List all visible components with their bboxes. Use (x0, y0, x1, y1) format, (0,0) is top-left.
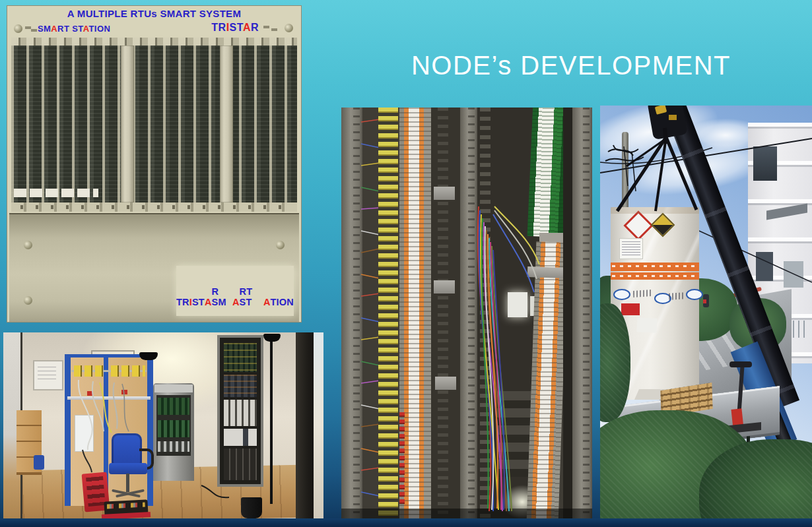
floor-lamp-pole (270, 338, 273, 504)
lab-room-photo (3, 332, 323, 518)
window-light (314, 332, 323, 518)
pallet-jack-grip (729, 361, 752, 367)
rack-light-card (121, 46, 134, 202)
screw-icon (276, 241, 285, 249)
rack-subbar: SMART STATION TRISTAR (7, 20, 301, 38)
office-chair-post (126, 474, 129, 492)
screw-icon (285, 24, 293, 32)
rack-dash (25, 26, 31, 29)
equipment-cabinet (153, 383, 194, 481)
rack-dash (263, 26, 269, 28)
rack-instrument (224, 429, 257, 446)
equipment-rack (220, 338, 261, 484)
wiring-cabinet-photo (341, 108, 592, 519)
rack-cable-area (224, 449, 257, 480)
tristar-smart-station-label: TRISTAR SMART STATION (176, 266, 294, 316)
office-chair-seat (109, 463, 147, 474)
slide: NODE’s DEVELOPMENT A MULTIPLE RTUs SMART… (0, 0, 812, 527)
slide-title: NODE’s DEVELOPMENT (380, 51, 762, 80)
rack-card-row (224, 375, 257, 397)
rack-dash (31, 29, 37, 32)
cabinet-top (154, 385, 193, 392)
cabinet-interior (156, 395, 191, 456)
door-frame-right (296, 332, 314, 518)
screw-icon (14, 24, 22, 33)
rack-card-tabs (11, 38, 297, 46)
rtu-rack-photo: A MULTIPLE RTUs SMART SYSTEM SMART STATI… (7, 5, 302, 323)
wire-strands (478, 206, 539, 511)
rack-module-row (224, 400, 257, 426)
crane-lift-photo (600, 106, 812, 519)
pcb-row (158, 398, 189, 415)
floor-lamp-bowl (263, 334, 281, 342)
tristar-label: TRISTAR (211, 22, 259, 34)
rack-bottom-rail (11, 202, 297, 212)
torch-lamp-icon (139, 352, 158, 360)
rack-card-cage (11, 46, 297, 202)
hanging-wire-bundle (341, 108, 592, 519)
screw-icon (24, 296, 32, 305)
pcb-row (158, 420, 189, 437)
strap-lines (617, 128, 696, 211)
office-chair-back (112, 433, 142, 465)
smart-station-label: SMART STATION (38, 24, 110, 34)
rack-dash (271, 28, 277, 31)
rack-light-card (220, 46, 233, 202)
rack-card-row (224, 343, 257, 372)
rack-header-text: A MULTIPLE RTUs SMART SYSTEM (7, 6, 301, 20)
rack-card-labels (14, 189, 98, 197)
module-row (158, 441, 189, 452)
screw-icon (24, 241, 32, 249)
trash-bin (241, 497, 262, 518)
footer-bar (0, 518, 812, 527)
rack-blank-plate: TRISTAR SMART STATION (9, 213, 299, 323)
pedestrian (703, 294, 709, 307)
